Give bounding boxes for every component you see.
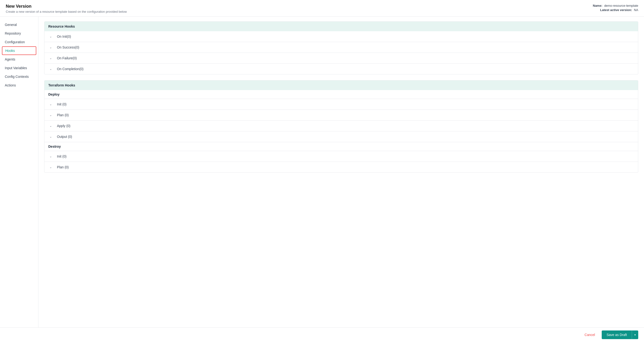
hook-destroy-init-label: Init (0) (57, 154, 66, 158)
meta-version-value: NA (634, 8, 638, 12)
terraform-hooks-header: Terraform Hooks (44, 80, 638, 90)
sidebar-item-repository[interactable]: Repository (0, 29, 38, 38)
chevron-down-icon: ⌄ (48, 66, 53, 71)
chevron-down-icon: ⌄ (48, 123, 53, 128)
save-draft-group: Save as Draft ▾ (602, 331, 638, 339)
cancel-button[interactable]: Cancel (581, 331, 599, 339)
save-as-draft-dropdown-button[interactable]: ▾ (632, 331, 638, 339)
hook-deploy-output-label: Output (0) (57, 135, 72, 139)
resource-hooks-section: Resource Hooks ⌄ On Init(0) ⌄ On Success… (44, 21, 638, 74)
sidebar-item-general[interactable]: General (0, 20, 38, 29)
chevron-down-icon: ⌄ (48, 45, 53, 50)
hook-on-init-label: On Init(0) (57, 34, 71, 38)
sidebar-item-config-contexts[interactable]: Config Contexts (0, 72, 38, 81)
hook-destroy-plan[interactable]: ⌄ Plan (0) (44, 162, 638, 172)
hook-on-failure[interactable]: ⌄ On Failure(0) (44, 53, 638, 64)
deploy-label: Deploy (44, 90, 638, 99)
hook-deploy-plan-label: Plan (0) (57, 113, 69, 117)
meta-version-label: Latest active version: (600, 8, 632, 12)
chevron-down-icon: ⌄ (48, 113, 53, 117)
hook-on-failure-label: On Failure(0) (57, 56, 77, 60)
destroy-label: Destroy (44, 142, 638, 151)
meta-name-value: demo-resource-template (604, 4, 638, 7)
meta-version-row: Latest active version: NA (593, 8, 638, 12)
sidebar: General Repository Configuration Hooks A… (0, 16, 38, 327)
meta-name-row: Name: demo-resource-template (593, 4, 638, 7)
chevron-down-icon: ⌄ (48, 154, 53, 159)
hook-deploy-output[interactable]: ⌄ Output (0) (44, 131, 638, 142)
sidebar-item-configuration[interactable]: Configuration (0, 38, 38, 46)
chevron-down-icon: ⌄ (48, 102, 53, 107)
hook-deploy-init[interactable]: ⌄ Init (0) (44, 99, 638, 110)
sidebar-item-agents[interactable]: Agents (0, 55, 38, 64)
header-left: New Version Create a new version of a re… (6, 4, 127, 13)
terraform-hooks-section: Terraform Hooks Deploy ⌄ Init (0) ⌄ Plan… (44, 80, 638, 173)
sidebar-item-input-variables[interactable]: Input Variables (0, 64, 38, 72)
hook-destroy-init[interactable]: ⌄ Init (0) (44, 151, 638, 162)
hook-deploy-apply[interactable]: ⌄ Apply (0) (44, 121, 638, 131)
hook-on-success[interactable]: ⌄ On Success(0) (44, 42, 638, 53)
page-subtitle: Create a new version of a resource templ… (6, 10, 127, 13)
hook-on-completion-label: On Completion(0) (57, 67, 84, 71)
hook-deploy-apply-label: Apply (0) (57, 124, 70, 128)
hook-destroy-plan-label: Plan (0) (57, 165, 69, 169)
hook-deploy-plan[interactable]: ⌄ Plan (0) (44, 110, 638, 121)
hook-on-success-label: On Success(0) (57, 45, 79, 49)
chevron-down-icon: ⌄ (48, 34, 53, 39)
chevron-down-icon: ⌄ (48, 165, 53, 170)
hook-deploy-init-label: Init (0) (57, 102, 66, 106)
body-layout: General Repository Configuration Hooks A… (0, 16, 644, 327)
save-as-draft-button[interactable]: Save as Draft (602, 331, 632, 339)
main-content: Resource Hooks ⌄ On Init(0) ⌄ On Success… (38, 16, 644, 327)
hook-on-completion[interactable]: ⌄ On Completion(0) (44, 64, 638, 74)
page-header: New Version Create a new version of a re… (0, 0, 644, 16)
meta-name-label: Name: (593, 4, 602, 7)
chevron-down-icon: ⌄ (48, 56, 53, 60)
sidebar-item-actions[interactable]: Actions (0, 81, 38, 90)
page-title: New Version (6, 4, 127, 9)
chevron-down-icon: ⌄ (48, 134, 53, 139)
hook-on-init[interactable]: ⌄ On Init(0) (44, 31, 638, 42)
chevron-down-icon: ▾ (634, 333, 636, 336)
sidebar-item-hooks[interactable]: Hooks (2, 46, 36, 55)
header-right: Name: demo-resource-template Latest acti… (593, 4, 638, 12)
footer: Cancel Save as Draft ▾ (0, 327, 644, 342)
resource-hooks-header: Resource Hooks (44, 22, 638, 31)
